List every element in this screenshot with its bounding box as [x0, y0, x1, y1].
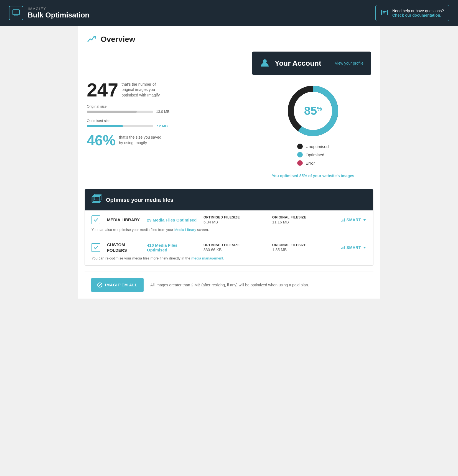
overview-top-row: Your Account View your profile: [87, 52, 371, 75]
account-card: Your Account View your profile: [252, 52, 371, 75]
page-header: IMAGIFY Bulk Optimisation Need help or h…: [0, 0, 458, 26]
overview-left: 247 that's the number of original images…: [87, 80, 255, 178]
custom-folders-orig-filesize: ORIGINAL FILESIZE 1.85 MB: [272, 243, 334, 252]
svg-rect-0: [13, 10, 19, 15]
svg-rect-14: [342, 220, 343, 222]
media-header-title: Optimise your media files: [106, 197, 173, 203]
media-library-opt-filesize: OPTIMISED FILESIZE 6.34 MB: [203, 215, 266, 224]
legend-label-unoptimised: Unoptimised: [306, 144, 329, 149]
help-question: Need help or have questions?: [392, 9, 444, 13]
svg-marker-20: [363, 247, 366, 248]
svg-marker-16: [363, 219, 366, 221]
svg-rect-18: [342, 247, 343, 249]
legend-unoptimised: Unoptimised: [297, 144, 329, 149]
optimised-size-row: Optimised size 7.2 MB: [87, 119, 255, 128]
help-box: Need help or have questions? Check our d…: [375, 5, 449, 21]
help-icon: [381, 9, 388, 17]
media-library-row-main: MEDIA LIBRARY 29 Media Files Optimised O…: [91, 215, 367, 224]
help-link[interactable]: Check our documentation.: [392, 13, 441, 17]
optimised-size-value: 7.2 MB: [156, 124, 168, 128]
custom-folders-checkbox[interactable]: [91, 243, 100, 252]
legend-error: Error: [297, 160, 329, 166]
media-header: Optimise your media files: [85, 189, 373, 210]
content-box: Overview Your Account View your profile: [78, 26, 380, 299]
custom-folders-link[interactable]: media management.: [191, 256, 224, 260]
header-brand: IMAGIFY Bulk Optimisation: [28, 7, 89, 19]
bottom-bar: IMAGIF'EM ALL All images greater than 2 …: [85, 271, 373, 299]
savings-desc: that's the size you saved by using Imagi…: [119, 135, 163, 146]
savings-stat: 46% that's the size you saved by using I…: [87, 133, 255, 147]
original-size-value: 13.0 MB: [156, 110, 169, 114]
custom-folders-row-main: CUSTOM FOLDERS 410 Media Files Optimised…: [91, 242, 367, 253]
legend-dot-error: [297, 160, 303, 166]
legend-dot-optimised: [297, 152, 303, 157]
custom-folders-sub-text: You can re-optimise your media files mor…: [91, 256, 367, 260]
legend-label-optimised: Optimised: [306, 152, 324, 157]
optimised-size-label: Optimised size: [87, 119, 255, 123]
images-stat-row: 247 that's the number of original images…: [87, 80, 255, 99]
svg-point-7: [263, 59, 267, 63]
legend-dot-unoptimised: [297, 144, 303, 149]
custom-folders-opt-filesize: OPTIMISED FILESIZE 830.66 KB: [203, 243, 266, 252]
images-count: 247: [87, 80, 118, 99]
account-icon: [260, 58, 270, 69]
overview-right: 85% Unoptimised Optimised: [255, 80, 371, 178]
overview-section: Overview Your Account View your profile: [78, 26, 380, 184]
bottom-note: All images greater than 2 MB (after resi…: [150, 283, 309, 287]
svg-rect-19: [344, 246, 345, 249]
header-left: IMAGIFY Bulk Optimisation: [9, 6, 89, 20]
media-library-sub-text: You can also re-optimise your media file…: [91, 228, 367, 232]
legend-optimised: Optimised: [297, 152, 329, 157]
media-header-icon: [91, 194, 101, 205]
media-library-link[interactable]: Media Library: [174, 228, 196, 232]
overview-icon: [87, 34, 97, 45]
legend: Unoptimised Optimised Error: [297, 144, 329, 169]
images-desc: that's the number of original images you…: [121, 82, 166, 98]
media-library-label: MEDIA LIBRARY: [107, 217, 140, 223]
imagifem-all-button[interactable]: IMAGIF'EM ALL: [91, 278, 144, 292]
account-title: Your Account: [275, 59, 330, 68]
custom-folders-row: CUSTOM FOLDERS 410 Media Files Optimised…: [85, 237, 373, 265]
overview-title: Overview: [101, 35, 135, 44]
media-library-row: MEDIA LIBRARY 29 Media Files Optimised O…: [85, 210, 373, 237]
view-profile-link[interactable]: View your profile: [335, 61, 363, 65]
custom-folders-smart-btn[interactable]: SMART: [341, 245, 367, 250]
legend-label-error: Error: [306, 161, 315, 166]
logo-icon: [9, 6, 23, 20]
media-library-smart-btn[interactable]: SMART: [341, 218, 367, 222]
media-library-orig-filesize: ORIGINAL FILESIZE 11.16 MB: [272, 215, 334, 224]
svg-rect-17: [341, 248, 342, 249]
custom-folders-count: 410 Media Files Optimised: [147, 243, 197, 252]
original-size-row: Original size 13.0 MB: [87, 104, 255, 114]
optimised-size-bar: [87, 125, 153, 127]
custom-folders-label: CUSTOM FOLDERS: [107, 242, 140, 253]
savings-pct: 46%: [87, 133, 116, 147]
original-size-label: Original size: [87, 104, 255, 108]
donut-chart: 85%: [285, 83, 341, 139]
original-size-bar: [87, 111, 153, 113]
imagifem-btn-label: IMAGIF'EM ALL: [105, 283, 138, 287]
page-title: Bulk Optimisation: [28, 11, 89, 19]
svg-rect-13: [341, 221, 342, 222]
help-text-block: Need help or have questions? Check our d…: [392, 9, 444, 17]
media-section: Optimise your media files MEDIA LIBRARY …: [85, 189, 373, 266]
summary-text: You optimised 85% of your website's imag…: [272, 174, 354, 178]
donut-label: 85%: [304, 104, 322, 118]
overview-content: 247 that's the number of original images…: [87, 80, 371, 178]
media-library-count: 29 Media Files Optimised: [147, 218, 197, 222]
overview-header: Overview: [87, 34, 371, 45]
media-library-checkbox[interactable]: [91, 215, 100, 224]
brand-name: IMAGIFY: [28, 7, 89, 11]
svg-rect-15: [344, 218, 345, 222]
